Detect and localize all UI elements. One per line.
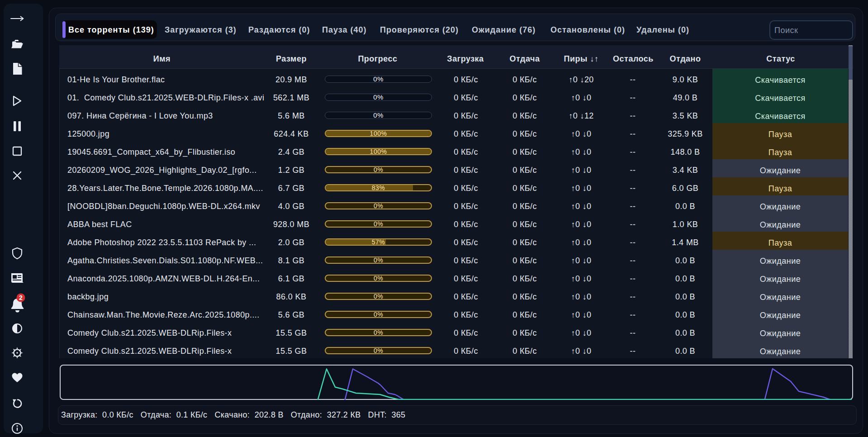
svg-text:2: 2 [19, 294, 23, 301]
